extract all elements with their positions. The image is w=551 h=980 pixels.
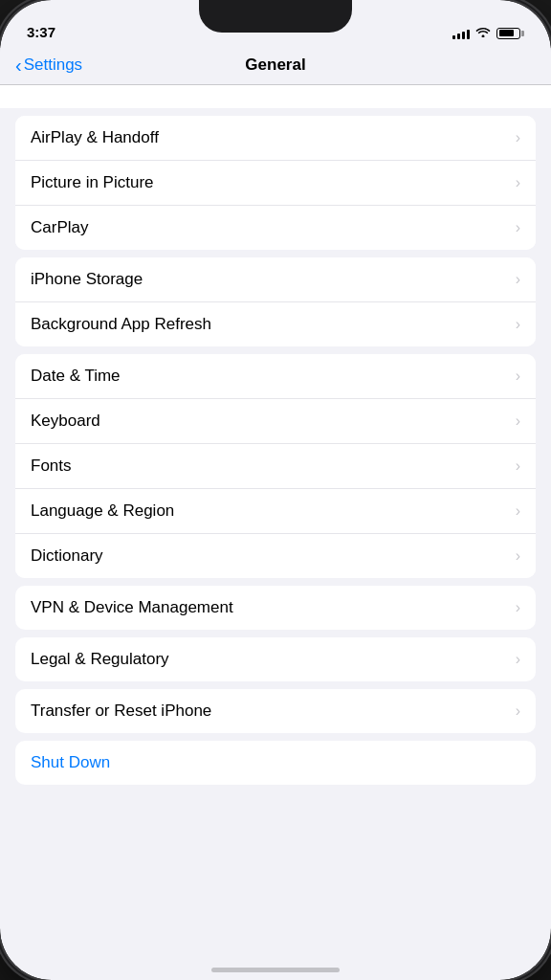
date-time-label: Date & Time <box>31 367 121 386</box>
status-icons <box>452 26 524 42</box>
back-label: Settings <box>24 56 82 75</box>
phone-frame: 3:37 <box>0 0 551 980</box>
list-item[interactable]: Transfer or Reset iPhone › <box>15 689 536 733</box>
partial-top-item <box>0 85 551 108</box>
airplay-handoff-label: AirPlay & Handoff <box>31 128 159 147</box>
chevron-icon: › <box>516 129 520 146</box>
list-item[interactable]: Date & Time › <box>15 354 536 399</box>
chevron-icon: › <box>516 316 520 333</box>
legal-regulatory-label: Legal & Regulatory <box>31 650 169 669</box>
list-item[interactable]: Keyboard › <box>15 399 536 444</box>
shut-down-label: Shut Down <box>31 753 110 771</box>
page-title: General <box>245 56 305 75</box>
home-indicator <box>211 968 340 972</box>
group-vpn: VPN & Device Management › <box>15 586 536 630</box>
settings-content: AirPlay & Handoff › Picture in Picture ›… <box>0 85 551 968</box>
status-time: 3:37 <box>27 24 55 42</box>
group-legal: Legal & Regulatory › <box>15 637 536 681</box>
background-app-refresh-label: Background App Refresh <box>31 315 211 334</box>
picture-in-picture-label: Picture in Picture <box>31 173 154 192</box>
chevron-icon: › <box>516 702 520 720</box>
list-item[interactable]: VPN & Device Management › <box>15 586 536 630</box>
list-item[interactable]: AirPlay & Handoff › <box>15 116 536 161</box>
list-item[interactable]: Legal & Regulatory › <box>15 637 536 681</box>
list-item[interactable]: iPhone Storage › <box>15 257 536 302</box>
chevron-icon: › <box>516 547 520 565</box>
back-button[interactable]: ‹ Settings <box>15 56 82 75</box>
chevron-icon: › <box>516 412 520 430</box>
chevron-icon: › <box>516 651 520 668</box>
language-region-label: Language & Region <box>31 501 174 521</box>
list-item[interactable]: Picture in Picture › <box>15 161 536 206</box>
carplay-label: CarPlay <box>31 218 88 237</box>
iphone-storage-label: iPhone Storage <box>31 270 143 289</box>
list-item[interactable]: Background App Refresh › <box>15 302 536 346</box>
chevron-icon: › <box>516 271 520 288</box>
navigation-bar: ‹ Settings General <box>0 48 551 85</box>
transfer-reset-label: Transfer or Reset iPhone <box>31 702 211 721</box>
battery-icon <box>496 28 524 39</box>
dictionary-label: Dictionary <box>31 546 103 566</box>
group-storage: iPhone Storage › Background App Refresh … <box>15 257 536 346</box>
chevron-icon: › <box>516 457 520 475</box>
list-item[interactable]: Dictionary › <box>15 534 536 578</box>
vpn-device-management-label: VPN & Device Management <box>31 598 233 617</box>
group-transfer: Transfer or Reset iPhone › <box>15 689 536 733</box>
list-item[interactable]: CarPlay › <box>15 206 536 250</box>
chevron-icon: › <box>516 368 520 385</box>
notch <box>199 0 352 33</box>
shut-down-item[interactable]: Shut Down <box>15 741 536 785</box>
wifi-icon <box>475 26 491 40</box>
chevron-icon: › <box>516 174 520 191</box>
signal-icon <box>452 28 470 39</box>
back-chevron-icon: ‹ <box>15 56 22 75</box>
list-item[interactable]: Fonts › <box>15 444 536 489</box>
keyboard-label: Keyboard <box>31 412 100 431</box>
chevron-icon: › <box>516 219 520 236</box>
group-airplay: AirPlay & Handoff › Picture in Picture ›… <box>15 116 536 250</box>
group-keyboard: Date & Time › Keyboard › Fonts › Languag… <box>15 354 536 578</box>
phone-screen: 3:37 <box>0 0 551 980</box>
list-item[interactable]: Language & Region › <box>15 489 536 534</box>
fonts-label: Fonts <box>31 457 72 476</box>
chevron-icon: › <box>516 599 520 616</box>
chevron-icon: › <box>516 502 520 520</box>
